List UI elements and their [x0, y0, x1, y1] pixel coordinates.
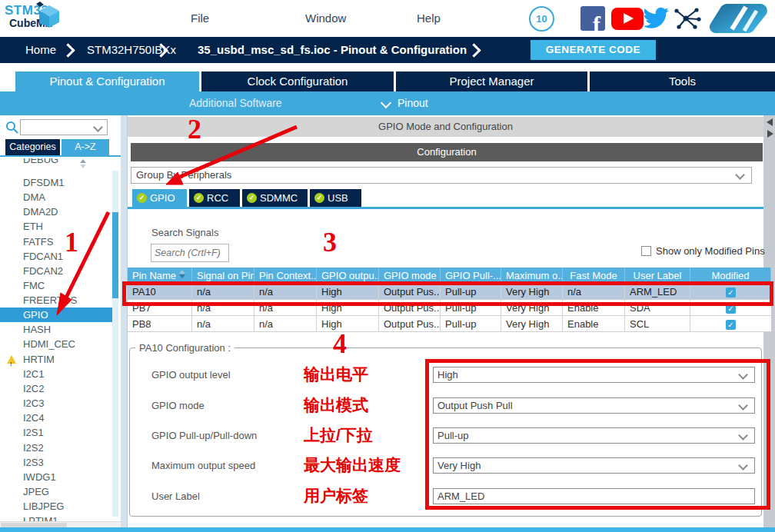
bottom-accent-bar: [0, 527, 775, 532]
check-circle-icon: ✓: [194, 193, 204, 203]
show-only-modified-checkbox[interactable]: [641, 246, 651, 256]
sidebar-item-dfsdm1[interactable]: DFSDM1: [0, 175, 112, 190]
sidebar-item-libjpeg[interactable]: LIBJPEG: [0, 499, 112, 514]
twitter-icon[interactable]: [642, 6, 670, 31]
menu-window[interactable]: Window: [305, 12, 346, 25]
configuration-title-bar: Configuration: [131, 143, 763, 161]
breadcrumb-project[interactable]: 35_usbd_msc_sd_fs.ioc - Pinout & Configu…: [198, 37, 467, 63]
pa10-config-legend: PA10 Configuration :: [135, 342, 234, 354]
divider: [0, 155, 121, 157]
warning-icon: [7, 355, 16, 364]
chevron-right-icon: [467, 43, 481, 57]
annotation-step-1: 1: [65, 229, 78, 255]
annotation-step-2: 2: [188, 116, 201, 142]
annotation-step-3: 3: [323, 229, 337, 255]
chevron-right-icon: [61, 43, 75, 57]
sidebar-item-hdmi-cec[interactable]: HDMI_CEC: [0, 337, 112, 351]
check-circle-icon: ✓: [314, 193, 324, 203]
sidebar-scrollbar-thumb[interactable]: [112, 212, 118, 298]
sidebar-item-hash[interactable]: HASH: [0, 322, 112, 337]
check-circle-icon: ✓: [247, 193, 257, 203]
sidebar-item-jpeg[interactable]: JPEG: [0, 484, 112, 499]
facebook-icon[interactable]: [580, 6, 605, 31]
tab-pinout-configuration[interactable]: Pinout & Configuration: [15, 71, 199, 91]
chevron-down-icon: [735, 170, 745, 180]
peripheral-tab-sdmmc[interactable]: ✓ SDMMC: [242, 189, 308, 207]
sidebar-item-fatfs[interactable]: FATFS: [0, 234, 112, 249]
panel-splitter[interactable]: [121, 115, 128, 532]
additional-software-link[interactable]: Additional Software: [189, 91, 282, 115]
group-by-dropdown[interactable]: Group By Peripherals: [131, 167, 752, 184]
collapse-left-icon[interactable]: [767, 118, 773, 126]
check-circle-icon: ✓: [137, 193, 147, 203]
chevron-down-icon: [93, 122, 103, 132]
sidebar-item-i2c3[interactable]: I2C3: [0, 396, 112, 411]
annotation-zh-pull: 上拉/下拉: [304, 427, 373, 444]
st-community-icon[interactable]: [674, 7, 701, 30]
tab-underline: [128, 207, 763, 209]
max-output-speed-label: Maximum output speed: [151, 457, 255, 474]
sidebar-item-dma[interactable]: DMA: [0, 190, 112, 204]
user-label-label: User Label: [151, 488, 200, 504]
annotation-box-selected-row: [122, 281, 773, 306]
sidebar-item-i2s2[interactable]: I2S2: [0, 441, 112, 455]
youtube-icon[interactable]: [611, 8, 644, 30]
st-logo-icon: [706, 2, 772, 35]
stm32cubemx-window: STM32 CubeMX File Window Help 10: [0, 0, 775, 532]
tab-tools[interactable]: Tools: [590, 71, 775, 91]
tab-clock-configuration[interactable]: Clock Configuration: [201, 71, 394, 91]
sort-icon[interactable]: [179, 270, 185, 278]
tab-a-to-z[interactable]: A->Z: [62, 139, 109, 155]
sidebar-item-hrtim[interactable]: HRTIM: [0, 352, 112, 367]
sidebar-item-eth[interactable]: ETH: [0, 219, 112, 234]
sidebar-item-i2s1[interactable]: I2S1: [0, 425, 112, 440]
sidebar-item-fdcan1[interactable]: FDCAN1: [0, 249, 112, 264]
pinout-menu[interactable]: Pinout: [397, 91, 428, 115]
show-only-modified-label: Show only Modified Pins: [656, 245, 765, 257]
sidebar-item-iwdg1[interactable]: IWDG1: [0, 470, 112, 484]
chevron-down-icon: [381, 98, 391, 108]
generate-code-button[interactable]: GENERATE CODE: [531, 40, 656, 60]
peripheral-tab-gpio[interactable]: ✓ GPIO: [132, 189, 187, 207]
sub-toolbar: Additional Software Pinout: [0, 91, 775, 115]
annotation-zh-user-label: 用户标签: [304, 487, 368, 504]
peripheral-tab-usb[interactable]: ✓ USB: [310, 189, 361, 207]
sidebar-item-i2s3[interactable]: I2S3: [0, 455, 112, 470]
menu-file[interactable]: File: [191, 12, 209, 25]
sidebar-filter-combobox[interactable]: [20, 119, 108, 135]
modified-checkbox[interactable]: [726, 320, 736, 330]
sidebar-item-i2c4[interactable]: I2C4: [0, 411, 112, 425]
annotation-zh-output-level: 输出电平: [304, 366, 368, 383]
search-icon: [5, 121, 19, 135]
sidebar-item-i2c1[interactable]: I2C1: [0, 367, 112, 381]
sidebar-item-dma2d[interactable]: DMA2D: [0, 204, 112, 219]
sidebar-item-gpio[interactable]: GPIO: [0, 308, 112, 322]
search-signals-label: Search Signals: [151, 227, 218, 238]
sidebar-item-fmc[interactable]: FMC: [0, 278, 112, 293]
annotation-box-config-values: [425, 359, 770, 510]
menu-help[interactable]: Help: [417, 12, 441, 25]
breadcrumb: Home STM32H750IBKx 35_usbd_msc_sd_fs.ioc…: [0, 37, 775, 63]
annotation-zh-speed: 最大输出速度: [304, 457, 401, 474]
gpio-output-level-label: GPIO output level: [151, 367, 231, 383]
gpio-pull-label: GPIO Pull-up/Pull-down: [151, 427, 257, 444]
sidebar-item-fdcan2[interactable]: FDCAN2: [0, 264, 112, 278]
tab-categories[interactable]: Categories: [5, 139, 60, 155]
sidebar-item-debug[interactable]: DEBUG: [0, 158, 112, 168]
mode-title-bar: GPIO Mode and Configuration: [128, 117, 763, 137]
annotation-step-4: 4: [333, 331, 347, 357]
sidebar-item-freertos[interactable]: FREERTOS: [0, 293, 112, 308]
expand-right-icon[interactable]: [767, 130, 773, 138]
cube-logo-icon: [34, 1, 62, 28]
search-signals-input[interactable]: [151, 244, 229, 262]
annotation-zh-mode: 输出模式: [304, 397, 368, 414]
tab-project-manager[interactable]: Project Manager: [396, 71, 587, 91]
peripheral-tab-rcc[interactable]: ✓ RCC: [189, 189, 240, 207]
table-row-pb8[interactable]: PB8 n/a n/a High Output Pus... Pull-up V…: [128, 316, 771, 332]
ten-years-badge-icon: 10: [529, 6, 554, 32]
breadcrumb-home[interactable]: Home: [25, 37, 56, 63]
sidebar-item-i2c2[interactable]: I2C2: [0, 381, 112, 396]
gpio-mode-label: GPIO mode: [151, 397, 205, 414]
